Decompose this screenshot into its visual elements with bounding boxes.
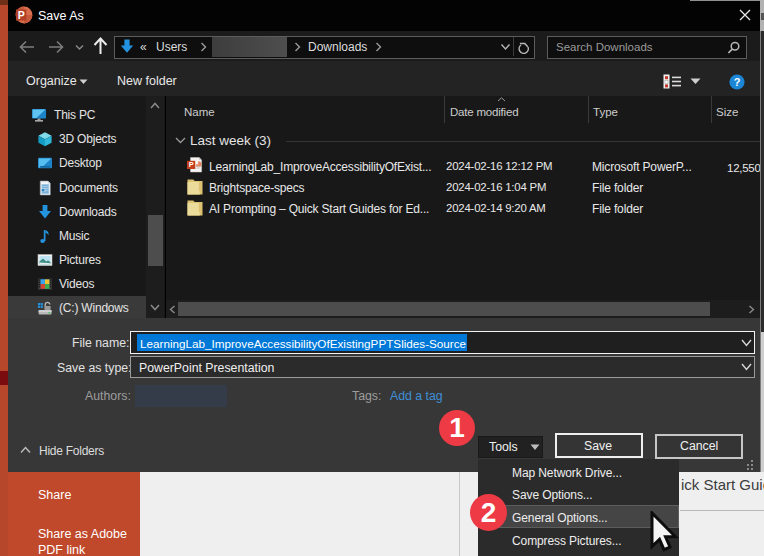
svg-text:P: P [18,9,25,21]
svg-text:?: ? [734,76,741,88]
svg-text:P: P [189,160,194,169]
